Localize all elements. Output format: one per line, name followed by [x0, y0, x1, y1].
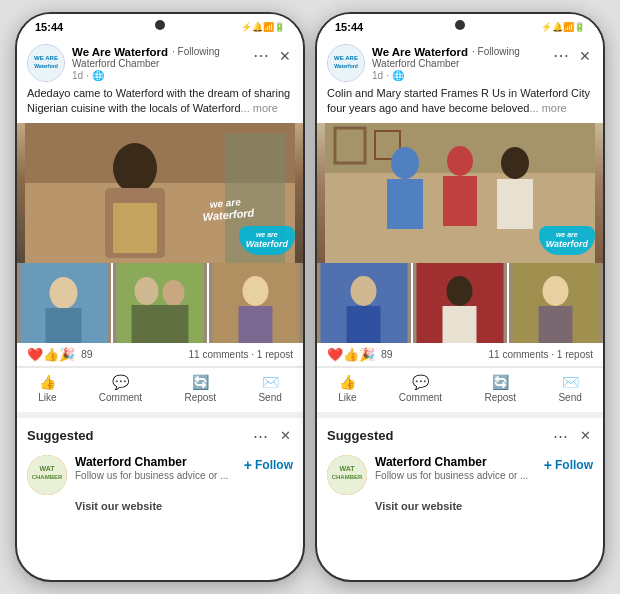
- comment-btn-right[interactable]: 💬 Comment: [391, 371, 450, 406]
- visit-website-right[interactable]: Visit our website: [327, 500, 593, 512]
- comments-info-right: 11 comments · 1 repost: [489, 349, 594, 360]
- status-icons-left: ⚡🔔📶🔋: [241, 22, 285, 32]
- grid-img-2-left: [113, 263, 207, 343]
- suggested-close-right[interactable]: ✕: [578, 426, 593, 445]
- svg-rect-43: [443, 306, 477, 343]
- like-icon-left: 👍: [39, 374, 56, 390]
- grid-img-2-right: [413, 263, 507, 343]
- author-name-right[interactable]: We Are Waterford: [372, 46, 468, 58]
- reaction-clap-left: 🎉: [59, 347, 75, 362]
- svg-rect-33: [387, 179, 423, 229]
- post-text-right: Colin and Mary started Frames R Us in Wa…: [317, 86, 603, 123]
- post-header-right: WE ARE Waterford We Are Waterford · Foll…: [317, 36, 603, 86]
- svg-rect-35: [443, 176, 477, 226]
- company-logo-right: WAT CHAMBER: [327, 455, 367, 495]
- svg-point-20: [243, 276, 269, 306]
- post-age-left: 1d: [72, 70, 83, 81]
- svg-rect-46: [539, 306, 573, 343]
- svg-rect-18: [132, 305, 189, 343]
- svg-text:WE ARE: WE ARE: [34, 55, 58, 61]
- more-options-left[interactable]: ⋯: [251, 44, 271, 67]
- send-btn-left[interactable]: ✉️ Send: [250, 371, 289, 406]
- right-phone: 15:44 ⚡🔔📶🔋 WE ARE Waterford: [315, 12, 605, 582]
- suggested-section-left: Suggested ⋯ ✕ WAT CHAMBER: [17, 412, 303, 522]
- grid-img-3-right: [509, 263, 603, 343]
- svg-point-42: [447, 276, 473, 306]
- repost-btn-right[interactable]: 🔄 Repost: [476, 371, 524, 406]
- time-right: 15:44: [335, 21, 363, 33]
- suggested-more-left[interactable]: ⋯: [251, 425, 270, 447]
- svg-rect-9: [113, 203, 157, 253]
- close-btn-left[interactable]: ✕: [277, 46, 293, 66]
- svg-text:Waterford: Waterford: [34, 63, 57, 69]
- time-left: 15:44: [35, 21, 63, 33]
- svg-point-34: [447, 146, 473, 176]
- company-desc-left: Follow us for business advice or ...: [75, 469, 236, 482]
- waterford-badge-left: we are Waterford: [239, 226, 295, 255]
- more-link-left[interactable]: ... more: [241, 102, 278, 114]
- globe-icon-right: 🌐: [392, 70, 404, 81]
- svg-text:WE ARE: WE ARE: [334, 55, 358, 61]
- svg-text:CHAMBER: CHAMBER: [332, 474, 363, 480]
- action-bar-left: 👍 Like 💬 Comment 🔄 Repost ✉️ Send: [17, 367, 303, 412]
- company-name-left[interactable]: Waterford Chamber: [75, 455, 236, 469]
- action-bar-right: 👍 Like 💬 Comment 🔄 Repost ✉️ Send: [317, 367, 603, 412]
- svg-point-13: [50, 277, 78, 309]
- company-desc-right: Follow us for business advice or ...: [375, 469, 536, 482]
- following-badge-right: · Following: [472, 46, 520, 57]
- suggested-more-right[interactable]: ⋯: [551, 425, 570, 447]
- notch-right: [455, 20, 465, 30]
- suggested-card-right: WAT CHAMBER Waterford Chamber Follow us …: [317, 451, 603, 522]
- suggested-card-left: WAT CHAMBER Waterford Chamber Follow us …: [17, 451, 303, 522]
- close-btn-right[interactable]: ✕: [577, 46, 593, 66]
- author-avatar-left[interactable]: WE ARE Waterford: [27, 44, 65, 82]
- like-btn-left[interactable]: 👍 Like: [30, 371, 64, 406]
- more-options-right[interactable]: ⋯: [551, 44, 571, 67]
- post-image-grid-left: [17, 263, 303, 343]
- grid-img-1-right: [317, 263, 411, 343]
- grid-img-1-left: [17, 263, 111, 343]
- company-logo-left: WAT CHAMBER: [27, 455, 67, 495]
- svg-rect-37: [497, 179, 533, 229]
- post-age-right: 1d: [372, 70, 383, 81]
- svg-point-39: [351, 276, 377, 306]
- post-card-right: WE ARE Waterford We Are Waterford · Foll…: [317, 36, 603, 343]
- status-icons-right: ⚡🔔📶🔋: [541, 22, 585, 32]
- svg-rect-21: [239, 306, 273, 343]
- notch: [155, 20, 165, 30]
- svg-text:Waterford: Waterford: [334, 63, 357, 69]
- grid-img-3-left: [209, 263, 303, 343]
- comment-icon-right: 💬: [412, 374, 429, 390]
- repost-btn-left[interactable]: 🔄 Repost: [176, 371, 224, 406]
- post-main-image-right: we are Waterford: [317, 123, 603, 263]
- repost-icon-right: 🔄: [492, 374, 509, 390]
- visit-website-left[interactable]: Visit our website: [27, 500, 293, 512]
- suggested-close-left[interactable]: ✕: [278, 426, 293, 445]
- follow-btn-right[interactable]: + Follow: [544, 455, 593, 473]
- author-name-left[interactable]: We Are Waterford: [72, 46, 168, 58]
- reaction-like-right: 👍: [343, 347, 359, 362]
- reaction-heart-left: ❤️: [27, 347, 43, 362]
- svg-text:WAT: WAT: [39, 465, 55, 472]
- reaction-clap-right: 🎉: [359, 347, 375, 362]
- author-subtitle-left: Waterford Chamber: [72, 58, 220, 69]
- send-icon-right: ✉️: [562, 374, 579, 390]
- suggested-title-left: Suggested: [27, 428, 93, 443]
- reaction-like-left: 👍: [43, 347, 59, 362]
- company-name-right[interactable]: Waterford Chamber: [375, 455, 536, 469]
- comments-info-left: 11 comments · 1 repost: [189, 349, 294, 360]
- send-btn-right[interactable]: ✉️ Send: [550, 371, 589, 406]
- reactions-row-left: ❤️ 👍 🎉 89 11 comments · 1 repost: [17, 343, 303, 366]
- author-subtitle-right: Waterford Chamber: [372, 58, 520, 69]
- svg-point-17: [163, 280, 185, 306]
- comment-btn-left[interactable]: 💬 Comment: [91, 371, 150, 406]
- following-badge-left: · Following: [172, 46, 220, 57]
- more-link-right[interactable]: ... more: [529, 102, 566, 114]
- author-avatar-right[interactable]: WE ARE Waterford: [327, 44, 365, 82]
- svg-rect-14: [46, 308, 82, 343]
- like-btn-right[interactable]: 👍 Like: [330, 371, 364, 406]
- post-image-grid-right: [317, 263, 603, 343]
- comment-icon-left: 💬: [112, 374, 129, 390]
- follow-btn-left[interactable]: + Follow: [244, 455, 293, 473]
- reactions-row-right: ❤️ 👍 🎉 89 11 comments · 1 repost: [317, 343, 603, 366]
